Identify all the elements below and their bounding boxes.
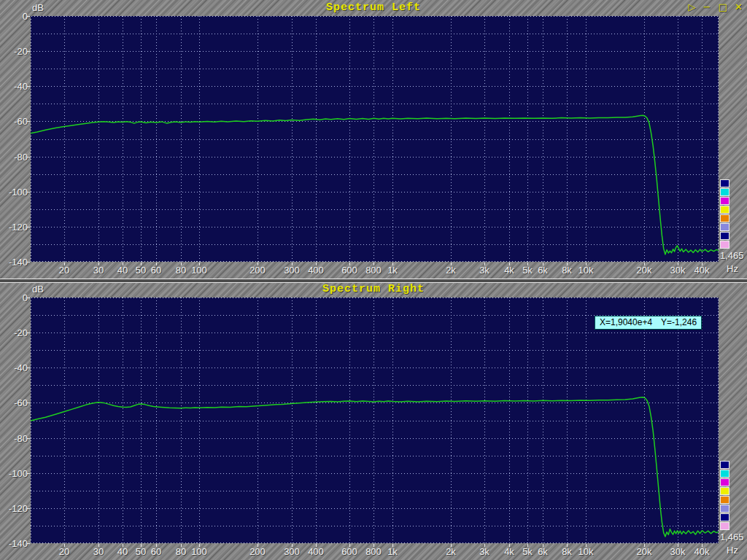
trace-color-swatch[interactable] [720,188,729,196]
x-tick-mark [292,544,293,547]
x-tick-mark [451,262,452,265]
y-tick-label: -20 [0,327,28,338]
right-channel-trace [31,397,719,537]
run-icon[interactable]: ▷ [688,1,695,12]
x-tick-mark [349,544,350,547]
window-controls: ▷ − □ ✕ [684,1,743,12]
x-tick-mark [123,544,123,547]
x-tick-label: 20 [48,546,80,557]
x-tick-mark [509,544,510,547]
close-icon[interactable]: ✕ [735,1,743,12]
trace-color-swatch[interactable] [720,505,729,513]
y-tick-label: -60 [0,116,28,127]
x-tick-mark [484,262,485,265]
panel-title-left: Spectrum Left [0,1,747,14]
x-tick-label: 200 [241,546,274,557]
x-tick-mark [374,262,374,265]
trace-color-swatch[interactable] [720,179,729,187]
trace-color-swatch[interactable] [720,206,729,214]
spectrum-chart [31,16,719,262]
y-tick-mark [27,298,30,298]
spectrum-analyzer-window: Spectrum Left ▷ − □ ✕ dB Hz 1,465 0-20-4… [0,0,747,560]
x-tick-mark [316,262,317,265]
x-tick-mark [392,544,393,547]
x-tick-mark [567,544,568,547]
trace-color-swatch[interactable] [720,478,729,486]
y-tick-label: -140 [0,538,28,549]
x-tick-mark [181,262,182,265]
trace-color-swatch[interactable] [720,241,729,249]
y-tick-mark [27,157,30,158]
x-tick-label: 200 [241,265,274,276]
minimize-icon[interactable]: − [703,1,711,12]
y-tick-label: -80 [0,152,28,163]
panel-spectrum-left: Spectrum Left ▷ − □ ✕ dB Hz 1,465 0-20-4… [0,0,747,279]
x-tick-mark [702,544,703,547]
y-tick-mark [27,16,30,17]
plot-area-left[interactable] [31,16,719,262]
y-tick-label: -100 [0,187,28,198]
x-tick-mark [644,544,645,547]
trace-color-swatch[interactable] [720,470,729,478]
x-tick-mark [451,544,452,547]
x-tick-label: 20k [628,546,660,557]
y-tick-label: -40 [0,81,28,92]
trace-color-swatch[interactable] [720,513,729,521]
left-channel-trace [31,115,719,254]
y-tick-mark [27,192,30,192]
x-tick-mark [374,544,374,547]
y-tick-label: 0 [0,292,28,303]
y-tick-label: -40 [0,362,28,373]
x-tick-label: 20 [48,265,80,276]
y-tick-mark [27,262,30,262]
trace-color-swatch[interactable] [720,223,729,231]
x-tick-mark [349,262,350,265]
trace-color-swatch[interactable] [720,214,729,222]
x-tick-mark [543,262,543,265]
x-tick-label: 400 [300,546,332,557]
y-tick-mark [27,227,30,228]
x-tick-mark [509,262,510,265]
resolution-readout: 1,465 [720,250,744,261]
panel-spectrum-right: Spectrum Right dB Hz 1,465 X=1,9040e+4 Y… [0,281,747,560]
y-tick-mark [27,438,30,439]
x-tick-mark [98,544,99,547]
trace-color-swatch[interactable] [720,232,729,240]
trace-color-swatch[interactable] [720,496,729,504]
y-tick-label: -20 [0,46,28,57]
trace-color-swatch[interactable] [720,461,729,469]
x-tick-label: 2k [435,265,467,276]
trace-color-swatch[interactable] [720,487,729,495]
trace-color-swatch[interactable] [720,522,729,530]
trace-color-legend [720,461,732,531]
x-tick-mark [181,544,182,547]
y-tick-mark [27,473,30,474]
y-tick-label: -120 [0,222,28,233]
panel-title-right: Spectrum Right [0,283,747,295]
x-tick-mark [678,544,678,547]
cursor-tooltip: X=1,9040e+4 Y=-1,246 [595,316,702,330]
x-tick-mark [258,262,258,265]
x-tick-mark [586,544,587,547]
y-tick-label: -140 [0,257,28,268]
x-tick-mark [199,262,200,265]
maximize-icon[interactable]: □ [719,1,727,12]
x-tick-mark [292,262,293,265]
x-tick-label: 10k [570,265,602,276]
y-axis-unit-label: dB [32,2,44,13]
x-tick-mark [64,544,65,547]
y-tick-label: -60 [0,397,28,408]
x-tick-mark [644,262,645,265]
x-tick-label: 400 [300,265,332,276]
trace-color-swatch[interactable] [720,197,729,205]
y-tick-mark [27,86,30,87]
plot-area-right[interactable] [31,298,719,543]
y-axis-unit-label: dB [32,284,44,295]
x-tick-label: 20k [628,265,660,276]
y-tick-label: -80 [0,433,28,444]
x-tick-mark [156,262,157,265]
x-tick-label: 1k [376,546,409,557]
trace-color-legend [720,179,732,249]
x-tick-mark [392,262,393,265]
x-tick-mark [316,544,317,547]
